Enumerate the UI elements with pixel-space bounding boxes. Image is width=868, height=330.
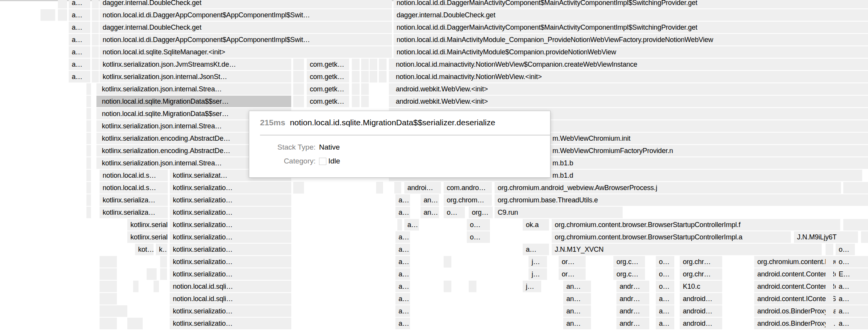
stack-frame[interactable]: com.getk… (307, 83, 349, 95)
stack-frame[interactable] (385, 46, 392, 58)
stack-frame[interactable] (92, 22, 99, 33)
stack-frame[interactable] (385, 22, 392, 33)
stack-frame[interactable]: a… (69, 9, 90, 21)
stack-frame[interactable]: kotlinx.serializatio… (170, 244, 291, 255)
stack-frame[interactable]: a… (395, 244, 410, 255)
stack-frame[interactable]: android.webkit.WebView.<init> (389, 96, 868, 107)
stack-frame[interactable]: an… (563, 305, 591, 317)
stack-frame[interactable]: android… (680, 318, 722, 329)
stack-frame[interactable] (92, 46, 99, 58)
stack-frame[interactable]: a… (395, 281, 410, 292)
stack-frame[interactable] (86, 133, 91, 144)
stack-frame[interactable]: androi… (404, 182, 441, 194)
stack-frame[interactable] (100, 281, 117, 292)
stack-frame[interactable]: android.webkit.WebView.<init> (389, 83, 868, 95)
stack-frame[interactable]: org.chr… (680, 256, 722, 268)
stack-frame[interactable] (92, 0, 99, 8)
stack-frame[interactable] (154, 281, 159, 292)
stack-frame[interactable]: kot… (135, 244, 154, 255)
stack-frame[interactable]: a… (69, 59, 90, 70)
stack-frame[interactable] (293, 59, 304, 70)
stack-frame[interactable]: E… (836, 268, 855, 280)
stack-frame[interactable] (100, 293, 117, 305)
stack-frame[interactable]: an… (563, 293, 591, 305)
stack-frame[interactable]: org.chromium.base.ThreadUtils.e (495, 194, 868, 206)
stack-frame[interactable]: com.andro… (444, 182, 492, 194)
stack-frame[interactable] (86, 120, 91, 132)
stack-frame[interactable]: notion.local.id.sqli… (170, 293, 291, 305)
stack-frame[interactable]: o… (656, 268, 674, 280)
stack-frame[interactable] (370, 71, 377, 82)
stack-frame[interactable] (826, 244, 833, 255)
stack-frame[interactable]: j… (529, 256, 547, 268)
stack-frame[interactable]: o… (656, 256, 674, 268)
stack-frame[interactable]: J.N.M9iLjy6T (794, 231, 858, 243)
stack-frame[interactable]: kotlinx.serializatio… (170, 318, 291, 329)
stack-frame[interactable]: a… (395, 207, 410, 218)
stack-frame[interactable] (352, 83, 360, 95)
stack-frame[interactable]: a… (395, 256, 410, 268)
stack-frame[interactable]: notion.local.id.di.MainActivityModule$Co… (393, 46, 868, 58)
stack-frame[interactable]: android… (680, 305, 722, 317)
stack-frame[interactable]: or… (559, 268, 586, 280)
stack-frame[interactable] (826, 268, 833, 280)
stack-frame[interactable]: notion.local.id.di.DaggerMainActivityCom… (393, 0, 868, 8)
stack-frame[interactable]: kotlinx.serializatio… (170, 194, 291, 206)
stack-frame[interactable]: kotlinx.serializatio… (170, 219, 291, 231)
stack-frame[interactable] (826, 305, 833, 317)
stack-frame[interactable]: org.chromium.android_webview.AwBrowserPr… (495, 182, 841, 194)
stack-frame[interactable]: notion.local.id.mainactivity.NotionWebVi… (389, 59, 868, 70)
stack-frame[interactable] (444, 281, 451, 292)
stack-frame[interactable]: kotlinx.serializa… (100, 207, 168, 218)
stack-frame[interactable]: a… (395, 305, 410, 317)
stack-frame[interactable]: org.chromium.content.browser.BrowserStar… (552, 231, 791, 243)
stack-frame[interactable]: o… (836, 256, 855, 268)
stack-frame[interactable] (100, 256, 117, 268)
stack-frame[interactable] (92, 34, 99, 45)
stack-frame[interactable]: an… (420, 207, 439, 218)
stack-frame[interactable] (379, 59, 387, 70)
stack-frame[interactable]: a… (656, 293, 674, 305)
stack-frame[interactable]: kotlinx.serialization.json.internal.Stre… (96, 83, 291, 95)
stack-frame[interactable] (86, 207, 91, 218)
stack-frame[interactable]: notion.local.id.di.DaggerMainActivityCom… (393, 22, 868, 33)
stack-frame[interactable]: J.N.M1Y_XVCN (552, 244, 822, 255)
stack-frame[interactable]: j… (523, 281, 541, 292)
stack-frame[interactable]: com.getk… (307, 96, 349, 107)
stack-frame[interactable] (116, 305, 127, 317)
stack-frame[interactable]: an… (563, 318, 591, 329)
stack-frame[interactable] (361, 59, 369, 70)
stack-frame[interactable]: kotlinx.serialization.json.internal.Json… (100, 71, 291, 82)
stack-frame[interactable] (826, 281, 833, 292)
stack-frame[interactable] (86, 194, 91, 206)
stack-frame[interactable] (58, 0, 67, 8)
stack-frame[interactable]: andr… (616, 305, 649, 317)
stack-frame[interactable] (444, 256, 451, 268)
stack-frame[interactable]: notion.local.id.di.MainActivityModule_Co… (393, 34, 868, 45)
stack-frame[interactable]: org.chrom… (444, 194, 492, 206)
stack-frame[interactable] (352, 59, 360, 70)
stack-frame[interactable]: notion.local.id.s… (100, 182, 168, 194)
stack-frame[interactable]: a… (395, 194, 410, 206)
stack-frame[interactable] (86, 108, 91, 120)
stack-frame[interactable]: a… (836, 318, 855, 329)
stack-frame[interactable] (147, 268, 157, 280)
stack-frame[interactable]: a… (69, 46, 90, 58)
stack-frame[interactable] (100, 318, 117, 329)
stack-frame[interactable]: android… (680, 293, 722, 305)
stack-frame[interactable] (92, 71, 99, 82)
stack-frame[interactable] (86, 182, 91, 194)
stack-frame[interactable]: o… (836, 244, 855, 255)
stack-frame[interactable]: a… (836, 305, 855, 317)
stack-frame[interactable]: dagger.internal.DoubleCheck.get (100, 22, 387, 33)
stack-frame[interactable] (385, 34, 392, 45)
stack-frame[interactable] (58, 9, 67, 21)
stack-frame[interactable] (293, 71, 304, 82)
stack-frame[interactable]: com.getk… (307, 71, 349, 82)
stack-frame[interactable]: a… (404, 219, 419, 231)
stack-frame[interactable] (370, 59, 377, 70)
stack-frame[interactable] (41, 9, 55, 21)
stack-frame[interactable] (361, 71, 369, 82)
stack-frame[interactable] (86, 145, 91, 157)
stack-frame[interactable]: a… (395, 268, 410, 280)
